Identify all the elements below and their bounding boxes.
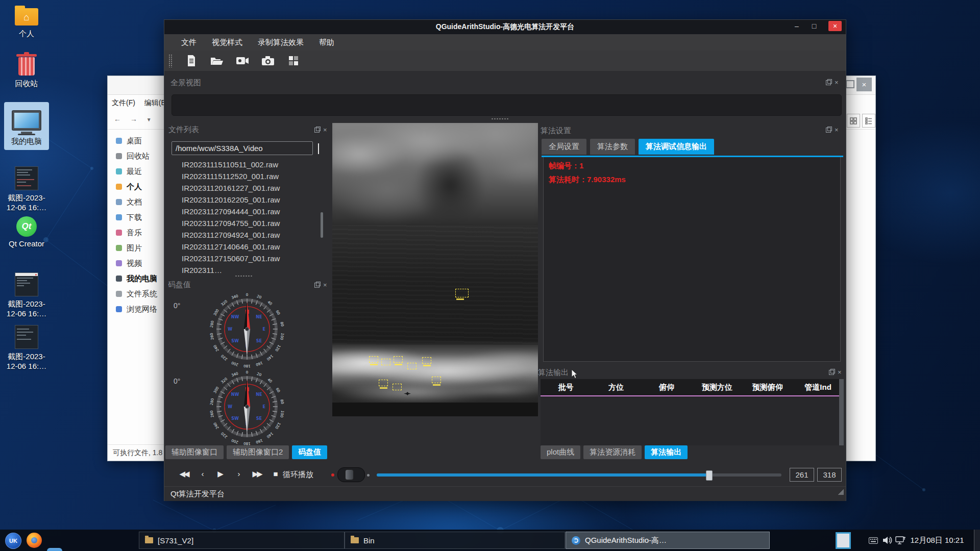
close-button[interactable]: × — [828, 21, 842, 31]
tab-algo-params[interactable]: 算法参数 — [590, 139, 635, 155]
grid-view-button[interactable] — [847, 114, 860, 128]
toggle-knob[interactable] — [345, 469, 354, 480]
slider-handle[interactable] — [706, 470, 713, 481]
col-pred-elevation[interactable]: 预测俯仰 — [742, 383, 793, 392]
show-desktop-button[interactable] — [974, 530, 980, 551]
sidebar-item-recent[interactable]: 最近 — [108, 164, 164, 179]
minimize-button[interactable]: – — [790, 20, 804, 32]
algo-output-tab[interactable]: 算法输出 — [645, 445, 688, 459]
close-dock-icon[interactable]: × — [835, 80, 839, 85]
file-list-item[interactable]: IR20231120161227_001.raw — [182, 182, 315, 194]
splitter-handle[interactable] — [491, 118, 509, 120]
col-pred-azimuth[interactable]: 预测方位 — [692, 383, 742, 392]
file-list-item[interactable]: IR20231127140646_001.raw — [182, 241, 315, 253]
panorama-view[interactable] — [172, 94, 842, 116]
sidebar-item-downloads[interactable]: 下载 — [108, 210, 164, 225]
keyboard-icon[interactable] — [869, 537, 878, 551]
float-dock-icon[interactable] — [829, 370, 834, 375]
table-scrollbar[interactable] — [839, 379, 844, 445]
file-list-scrollbar[interactable] — [321, 212, 323, 238]
float-dock-icon[interactable] — [826, 80, 831, 85]
volume-icon[interactable] — [882, 536, 892, 551]
sidebar-item-network[interactable]: 浏览网络 — [108, 302, 164, 317]
float-dock-icon[interactable] — [314, 283, 320, 288]
input-method-indicator[interactable] — [836, 532, 851, 549]
file-list-item[interactable]: IR20231127150607_001.raw — [182, 253, 315, 264]
desktop-icon-personal[interactable]: ⌂ 个人 — [3, 8, 50, 38]
code-disk-tab[interactable]: 码盘值 — [292, 445, 327, 459]
menu-help[interactable]: 帮助 — [319, 38, 334, 47]
desktop-icon-screenshot-2[interactable]: 截图-2023- 12-06 16:… — [3, 272, 50, 318]
launcher-button[interactable]: UK — [5, 533, 21, 549]
file-list-item[interactable]: IR20231120162205_001.raw — [182, 194, 315, 206]
file-list-item[interactable]: IR20231127094755_001.raw — [182, 217, 315, 229]
desktop-icon-screenshot-1[interactable]: 截图-2023- 12-06 16:… — [3, 166, 50, 212]
close-dock-icon[interactable]: × — [835, 128, 839, 133]
task-bin[interactable]: Bin — [345, 532, 565, 549]
file-list-item[interactable]: IR202311… — [182, 264, 315, 275]
file-list-item[interactable]: IR20231127094444_001.raw — [182, 206, 315, 217]
col-azimuth[interactable]: 方位 — [591, 383, 642, 392]
file-list-item[interactable]: IR20231115110511_002.raw — [182, 159, 315, 170]
back-icon[interactable]: ← — [114, 115, 121, 123]
play-button[interactable]: ▶ — [214, 469, 227, 479]
next-frame-button[interactable]: › — [233, 469, 245, 478]
layout-grid-button[interactable] — [287, 54, 300, 67]
maximize-button[interactable]: □ — [807, 20, 821, 32]
menu-file[interactable]: 文件(F) — [112, 98, 135, 107]
list-view-button[interactable] — [862, 114, 875, 128]
taskbar-clock[interactable]: 12月08日 10:21 — [906, 530, 968, 551]
desktop-icon-my-computer[interactable]: 我的电脑 — [4, 102, 49, 150]
resize-grip[interactable] — [838, 489, 844, 495]
file-list-item[interactable]: IR20231127094924_001.raw — [182, 229, 315, 241]
aux-image-window2-tab[interactable]: 辅助图像窗口2 — [227, 445, 289, 459]
task-s731-v2[interactable]: [S731_V2] — [139, 532, 345, 549]
tab-global-settings[interactable]: 全局设置 — [542, 139, 586, 155]
record-video-button[interactable] — [236, 54, 249, 67]
current-frame-box[interactable]: 261 — [790, 468, 814, 482]
new-file-button[interactable] — [185, 54, 198, 67]
forward-icon[interactable]: → — [130, 115, 137, 123]
task-qguidearithstudio[interactable]: QGuideArithStudio-高… — [566, 532, 770, 549]
sidebar-item-desktop[interactable]: 桌面 — [108, 133, 164, 148]
aux-image-window-tab[interactable]: 辅助图像窗口 — [165, 445, 224, 459]
float-dock-icon[interactable] — [314, 128, 320, 133]
frame-slider[interactable] — [377, 473, 781, 477]
splitter-handle[interactable] — [235, 275, 253, 277]
sidebar-item-pictures[interactable]: 图片 — [108, 240, 164, 256]
stop-button[interactable]: ■ — [270, 469, 282, 478]
sidebar-item-music[interactable]: 音乐 — [108, 225, 164, 240]
tab-debug-output[interactable]: 算法调试信息输出 — [639, 139, 714, 155]
col-batch[interactable]: 批号 — [541, 383, 591, 392]
sidebar-item-home[interactable]: 个人 — [108, 179, 164, 194]
sidebar-item-filesystem[interactable]: 文件系统 — [108, 286, 164, 302]
resource-usage-tab[interactable]: 算法资源消耗 — [583, 445, 642, 459]
ir-image[interactable] — [332, 123, 538, 416]
maximize-icon[interactable] — [846, 80, 854, 88]
network-icon[interactable] — [895, 536, 906, 551]
menu-visual-style[interactable]: 视觉样式 — [212, 38, 242, 47]
menu-file[interactable]: 文件 — [181, 38, 197, 47]
total-frame-box[interactable]: 318 — [817, 468, 842, 482]
float-dock-icon[interactable] — [826, 128, 831, 133]
desktop-icon-screenshot-3[interactable]: 截图-2023- 12-06 16:… — [3, 325, 50, 371]
app-titlebar[interactable]: QGuideArithStudio-高德光电算法开发平台 — [164, 20, 846, 34]
video-path-input[interactable]: /home/wcw/S338A_Video — [172, 141, 313, 155]
snapshot-button[interactable] — [261, 54, 275, 67]
fast-forward-button[interactable]: ▶▶ — [251, 469, 263, 479]
close-icon[interactable]: × — [856, 78, 872, 91]
close-dock-icon[interactable]: × — [838, 370, 842, 375]
sidebar-item-recycle[interactable]: 回收站 — [108, 148, 164, 164]
file-manager-icon[interactable] — [47, 548, 62, 551]
loop-toggle[interactable] — [337, 467, 365, 482]
dropdown-icon[interactable]: ▼ — [146, 117, 152, 122]
file-list-item[interactable]: IR20231115112520_001.raw — [182, 170, 315, 182]
col-pipe-ind[interactable]: 管道Ind — [793, 383, 843, 392]
desktop-icon-recycle-bin[interactable]: 回收站 — [3, 57, 50, 88]
toolbar-drag-handle[interactable] — [168, 54, 173, 67]
sidebar-item-documents[interactable]: 文档 — [108, 194, 164, 210]
desktop-icon-qt-creator[interactable]: Qt Qt Creator — [3, 216, 50, 248]
sidebar-item-videos[interactable]: 视频 — [108, 256, 164, 271]
close-dock-icon[interactable]: × — [323, 128, 327, 133]
plot-curve-tab[interactable]: plot曲线 — [541, 445, 580, 459]
